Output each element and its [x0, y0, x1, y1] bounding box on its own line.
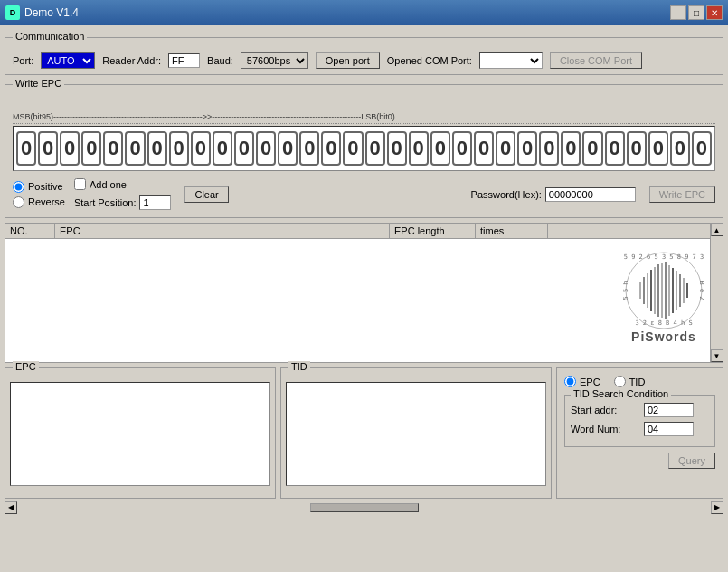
epc-radio-text: EPC — [580, 377, 600, 387]
piswords-label: PiSwords — [623, 329, 704, 344]
table-section: NO. EPC EPC length times — [5, 223, 723, 363]
clear-button[interactable]: Clear — [184, 186, 228, 203]
polarity-radio-group: Positive Reverse — [13, 181, 65, 208]
password-label: Password(Hex): — [471, 189, 542, 200]
window-controls: — □ ✕ — [670, 5, 723, 20]
epc-digit-18[interactable]: 0 — [409, 131, 429, 166]
reverse-radio-label[interactable]: Reverse — [13, 196, 65, 208]
communication-section: Communication Port: AUTO Reader Addr: Ba… — [5, 37, 723, 75]
epc-digit-20[interactable]: 0 — [452, 131, 472, 166]
start-pos-group: Start Position: — [74, 195, 171, 210]
port-select[interactable]: AUTO — [41, 52, 95, 69]
epc-digit-31[interactable]: 0 — [692, 131, 712, 166]
epc-digit-11[interactable]: 0 — [256, 131, 276, 166]
tid-inner — [286, 382, 546, 486]
start-addr-label: Start addr: — [571, 405, 638, 415]
password-input[interactable] — [545, 187, 636, 202]
epc-digit-19[interactable]: 0 — [430, 131, 450, 166]
epc-mode-radio[interactable] — [564, 376, 576, 387]
epc-digit-27[interactable]: 0 — [605, 131, 625, 166]
reader-addr-label: Reader Addr: — [102, 55, 161, 66]
epc-digit-8[interactable]: 0 — [191, 131, 211, 166]
barcode-lines — [640, 262, 687, 319]
start-addr-input[interactable] — [644, 403, 694, 417]
write-epc-button[interactable]: Write EPC — [649, 186, 715, 203]
start-addr-row: Start addr: — [571, 403, 709, 417]
epc-digit-15[interactable]: 0 — [343, 131, 363, 166]
epc-digit-22[interactable]: 0 — [496, 131, 515, 166]
add-one-label[interactable]: Add one — [74, 178, 171, 190]
hscroll: ◀ ▶ — [5, 500, 723, 513]
col-rest-header — [548, 224, 723, 238]
tid-mode-radio[interactable] — [614, 376, 626, 387]
add-one-checkbox[interactable] — [74, 178, 86, 190]
reverse-radio[interactable] — [13, 196, 24, 208]
epc-digit-7[interactable]: 0 — [169, 131, 189, 166]
minimize-button[interactable]: — — [670, 5, 686, 20]
baud-label: Baud: — [207, 55, 233, 66]
col-no-header: NO. — [5, 224, 55, 238]
epc-digit-16[interactable]: 0 — [365, 131, 385, 166]
epc-digit-12[interactable]: 0 — [278, 131, 298, 166]
logo-watermark: 5 9 2 6 5 3 5 8 9 7 3 3 2 ε 8 B 4 h S 5 … — [623, 250, 704, 344]
epc-digit-6[interactable]: 0 — [147, 131, 167, 166]
query-button[interactable]: Query — [668, 453, 715, 469]
msb-label: MSB(bit95)------------------------------… — [13, 112, 715, 124]
vscroll-down[interactable]: ▼ — [711, 349, 723, 362]
epc-digit-2[interactable]: 0 — [60, 131, 80, 166]
epc-digit-25[interactable]: 0 — [561, 131, 581, 166]
epc-digit-17[interactable]: 0 — [387, 131, 407, 166]
reader-addr-input[interactable] — [168, 53, 200, 68]
epc-digit-26[interactable]: 0 — [582, 131, 602, 166]
window-body: Communication Port: AUTO Reader Addr: Ba… — [0, 25, 728, 572]
epc-digit-30[interactable]: 0 — [670, 131, 690, 166]
hscroll-left[interactable]: ◀ — [5, 501, 17, 514]
epc-radio-label[interactable]: EPC — [564, 376, 600, 387]
epc-digit-1[interactable]: 0 — [38, 131, 58, 166]
epc-digits-row: 00000000000000000000000000000000 — [13, 126, 715, 171]
app-title: Demo V1.4 — [24, 6, 79, 19]
table-header: NO. EPC EPC length times — [5, 224, 723, 239]
hscroll-track — [17, 501, 711, 513]
tid-box: TID — [280, 367, 552, 499]
epc-digit-24[interactable]: 0 — [539, 131, 559, 166]
epc-digit-28[interactable]: 0 — [627, 131, 647, 166]
epc-digit-29[interactable]: 0 — [648, 131, 668, 166]
epc-digit-23[interactable]: 0 — [517, 131, 537, 166]
epc-digit-5[interactable]: 0 — [125, 131, 145, 166]
epc-digit-9[interactable]: 0 — [213, 131, 232, 166]
tid-search-section: TID Search Condition Start addr: Word Nu… — [564, 395, 715, 447]
titlebar: D Demo V1.4 — □ ✕ — [0, 0, 728, 25]
baud-select[interactable]: 57600bps — [241, 52, 308, 69]
epc-digit-4[interactable]: 0 — [103, 131, 123, 166]
svg-point-0 — [626, 253, 702, 329]
word-num-input[interactable] — [644, 422, 694, 436]
epc-digit-3[interactable]: 0 — [81, 131, 101, 166]
epc-digit-0[interactable]: 0 — [16, 131, 36, 166]
word-num-row: Word Num: — [571, 422, 709, 436]
communication-controls: Port: AUTO Reader Addr: Baud: 57600bps O… — [5, 47, 723, 74]
tid-radio-text: TID — [629, 377, 646, 387]
tid-search-title: TID Search Condition — [571, 388, 671, 399]
start-pos-input[interactable] — [139, 195, 171, 210]
close-button[interactable]: ✕ — [706, 5, 723, 20]
tid-radio-label[interactable]: TID — [614, 376, 646, 387]
hscroll-thumb[interactable] — [310, 503, 419, 512]
maximize-button[interactable]: □ — [688, 5, 704, 20]
epc-digit-14[interactable]: 0 — [321, 131, 341, 166]
col-epc-header: EPC — [55, 224, 390, 238]
positive-radio[interactable] — [13, 181, 24, 193]
add-one-text: Add one — [90, 179, 127, 190]
close-com-button[interactable]: Close COM Port — [550, 52, 642, 69]
epc-digit-21[interactable]: 0 — [474, 131, 494, 166]
reverse-label: Reverse — [28, 196, 65, 207]
epc-box: EPC — [5, 367, 276, 499]
hscroll-right[interactable]: ▶ — [711, 501, 723, 514]
epc-digit-10[interactable]: 0 — [234, 131, 254, 166]
positive-radio-label[interactable]: Positive — [13, 181, 65, 193]
open-port-button[interactable]: Open port — [316, 52, 380, 69]
password-group: Password(Hex): — [471, 187, 636, 202]
opened-com-select[interactable] — [479, 52, 543, 69]
vscroll-up[interactable]: ▲ — [711, 224, 723, 236]
epc-digit-13[interactable]: 0 — [299, 131, 319, 166]
